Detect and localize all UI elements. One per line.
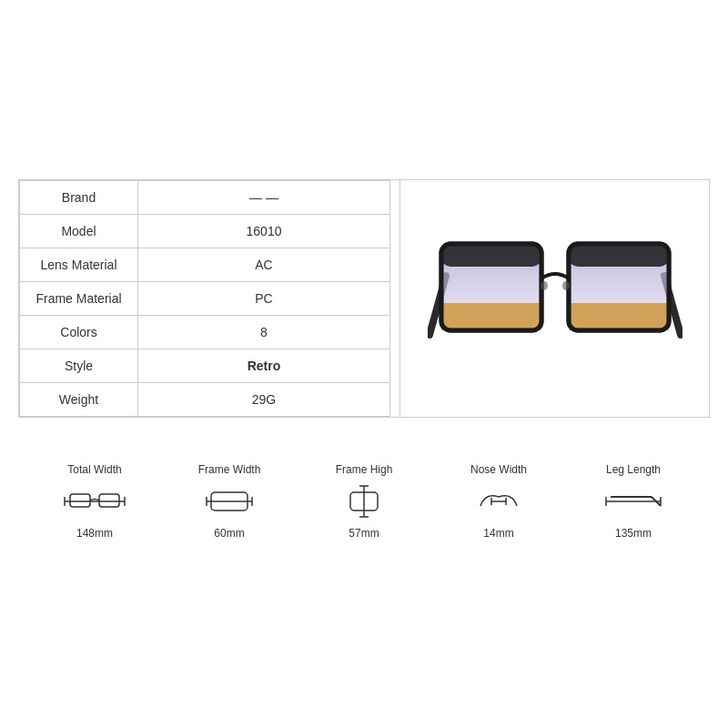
dimension-value: 148mm xyxy=(76,527,113,540)
dimension-icon xyxy=(332,483,396,520)
spec-label: Brand xyxy=(20,181,138,215)
dimension-value: 135mm xyxy=(615,527,652,540)
dimension-item: Leg Length 135mm xyxy=(602,463,665,540)
dimension-label: Total Width xyxy=(67,463,121,476)
svg-rect-8 xyxy=(569,303,669,330)
spec-value: — — xyxy=(138,181,390,215)
dimension-item: Frame High 57mm xyxy=(332,463,396,540)
dimension-icon xyxy=(467,483,531,520)
svg-rect-9 xyxy=(441,244,541,267)
dimension-label: Leg Length xyxy=(606,463,661,476)
dimension-value: 60mm xyxy=(214,527,244,540)
spec-label: Style xyxy=(20,349,138,383)
spec-label: Weight xyxy=(20,383,138,417)
dimension-item: Frame Width 60mm xyxy=(197,463,261,540)
spec-label: Lens Material xyxy=(20,248,138,282)
spec-value: 29G xyxy=(138,383,390,417)
svg-point-13 xyxy=(541,281,548,290)
spec-value: AC xyxy=(138,248,390,282)
specs-table: Brand— —Model16010Lens MaterialACFrame M… xyxy=(19,180,390,417)
main-container: Brand— —Model16010Lens MaterialACFrame M… xyxy=(18,179,710,549)
spec-label: Frame Material xyxy=(20,282,138,316)
dimension-label: Frame Width xyxy=(198,463,261,476)
dimension-icon xyxy=(602,483,665,520)
spec-value: 16010 xyxy=(138,215,390,248)
dimension-item: Nose Width 14mm xyxy=(467,463,531,540)
spec-value: Retro xyxy=(138,349,390,383)
svg-rect-18 xyxy=(70,494,90,507)
dimensions-section: Total Width 148mmFrame Width 60mmFrame H… xyxy=(18,445,710,549)
top-section: Brand— —Model16010Lens MaterialACFrame M… xyxy=(18,179,710,418)
dimension-item: Total Width 148mm xyxy=(63,463,126,540)
spec-label: Colors xyxy=(20,316,138,349)
dimension-icon xyxy=(197,483,261,520)
image-panel xyxy=(399,180,709,417)
dimension-icon xyxy=(63,483,126,520)
svg-rect-4 xyxy=(441,303,541,330)
dimension-value: 57mm xyxy=(349,527,379,540)
spec-value: PC xyxy=(138,282,390,316)
svg-rect-19 xyxy=(99,494,119,507)
dimension-label: Nose Width xyxy=(470,463,527,476)
svg-point-14 xyxy=(562,281,570,290)
dimension-label: Frame High xyxy=(336,463,393,476)
sunglasses-image xyxy=(428,217,682,380)
dimension-value: 14mm xyxy=(483,527,513,540)
svg-rect-10 xyxy=(569,244,669,267)
spec-label: Model xyxy=(20,215,138,248)
spec-value: 8 xyxy=(138,316,390,349)
